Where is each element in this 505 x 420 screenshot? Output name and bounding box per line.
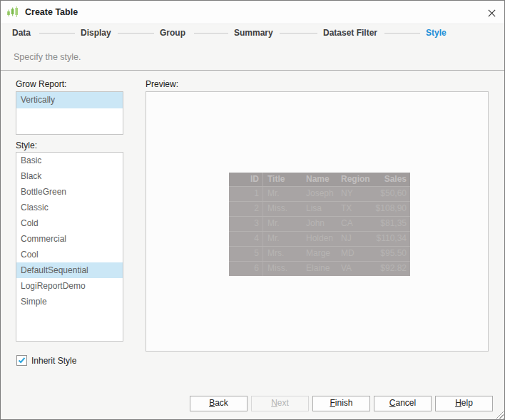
column-header-sales: Sales	[373, 173, 410, 186]
column-header-region: Region	[337, 173, 373, 186]
table-row: 6 Miss. Elaine VA $92.82	[229, 261, 410, 276]
table-cell: $92.82	[373, 262, 410, 276]
preview-label: Preview:	[146, 79, 178, 89]
table-row: 2 Miss. Lisa TX $108,90	[229, 201, 410, 216]
table-cell: Joseph	[302, 187, 337, 201]
table-cell: Mr.	[263, 217, 302, 231]
window-title: Create Table	[25, 7, 78, 17]
table-cell: VA	[337, 262, 373, 276]
style-option[interactable]: Simple	[16, 294, 123, 309]
table-cell: 4	[229, 232, 263, 246]
style-option[interactable]: Basic	[16, 153, 123, 168]
column-header-id: ID	[229, 173, 263, 186]
step-display[interactable]: Display	[81, 28, 111, 38]
step-dataset-filter[interactable]: Dataset Filter	[323, 28, 377, 38]
table-cell: Elaine	[302, 262, 337, 276]
table-cell: Miss.	[263, 202, 302, 216]
step-summary[interactable]: Summary	[234, 28, 273, 38]
table-cell: $108,90	[373, 202, 410, 216]
table-cell: CA	[337, 217, 373, 231]
style-option[interactable]: Cool	[16, 247, 123, 262]
step-style[interactable]: Style	[426, 28, 447, 38]
inherit-style-checkbox[interactable]	[16, 355, 27, 366]
next-button[interactable]: Next	[251, 396, 309, 411]
column-header-title: Title	[263, 173, 302, 186]
finish-button[interactable]: Finish	[312, 396, 370, 411]
table-cell: Miss.	[263, 262, 302, 276]
preview-table: ID Title Name Region Sales 1 Mr. Joseph …	[229, 173, 410, 276]
cancel-button[interactable]: Cancel	[374, 396, 432, 411]
style-option[interactable]: BottleGreen	[16, 184, 123, 200]
grow-report-option[interactable]: Vertically	[16, 92, 123, 108]
table-cell: Holden	[302, 232, 337, 246]
table-cell: Marge	[302, 247, 337, 261]
table-cell: $81,35	[373, 217, 410, 231]
table-row: 1 Mr. Joseph NY $50,60	[229, 186, 410, 201]
step-connector	[384, 33, 420, 34]
grow-report-listbox[interactable]: Vertically	[16, 91, 123, 135]
style-option[interactable]: Cold	[16, 215, 123, 231]
inherit-style-row: Inherit Style	[16, 355, 76, 366]
close-icon[interactable]	[485, 6, 498, 19]
table-cell: 2	[229, 202, 263, 216]
help-button[interactable]: Help	[435, 396, 493, 411]
table-cell: Mr.	[263, 232, 302, 246]
style-label: Style:	[16, 140, 37, 150]
table-cell: MD	[337, 247, 373, 261]
table-cell: 5	[229, 247, 263, 261]
table-cell: John	[302, 217, 337, 231]
table-cell: 6	[229, 262, 263, 276]
table-header-row: ID Title Name Region Sales	[229, 173, 410, 186]
button-bar: Back Next Finish Cancel Help	[190, 396, 493, 411]
style-option[interactable]: Black	[16, 168, 123, 184]
table-row: 5 Mrs. Marge MD $95.50	[229, 246, 410, 261]
step-connector	[280, 33, 317, 34]
table-cell: Lisa	[302, 202, 337, 216]
table-cell: 3	[229, 217, 263, 231]
table-row: 3 Mr. John CA $81,35	[229, 216, 410, 231]
create-table-icon	[6, 6, 19, 19]
title-bar: Create Table	[1, 1, 504, 24]
inherit-style-label[interactable]: Inherit Style	[31, 356, 76, 366]
wizard-steps: Data Display Group Summary Dataset Filte…	[1, 24, 504, 43]
table-cell: $50,60	[373, 187, 410, 201]
style-option-selected[interactable]: DefaultSequential	[16, 262, 123, 278]
step-data[interactable]: Data	[12, 28, 31, 38]
resize-grip[interactable]	[494, 409, 504, 419]
header-divider	[1, 70, 504, 71]
style-option[interactable]: LogiReportDemo	[16, 278, 123, 294]
grow-report-label: Grow Report:	[16, 79, 66, 89]
table-row: 4 Mr. Holden NJ $110,34	[229, 231, 410, 246]
column-header-name: Name	[302, 173, 337, 186]
create-table-dialog: Create Table Data Display Group Summary …	[0, 0, 505, 420]
table-cell: TX	[337, 202, 373, 216]
table-cell: NY	[337, 187, 373, 201]
wizard-subtitle: Specify the style.	[14, 52, 81, 62]
table-cell: $110,34	[373, 232, 410, 246]
style-option[interactable]: Commercial	[16, 231, 123, 247]
table-cell: $95.50	[373, 247, 410, 261]
style-listbox[interactable]: Basic Black BottleGreen Classic Cold Com…	[16, 152, 123, 342]
step-group[interactable]: Group	[160, 28, 185, 38]
table-cell: 1	[229, 187, 263, 201]
step-connector	[118, 33, 154, 34]
back-button[interactable]: Back	[190, 396, 248, 411]
preview-panel: ID Title Name Region Sales 1 Mr. Joseph …	[146, 91, 489, 352]
table-cell: Mrs.	[263, 247, 302, 261]
table-cell: Mr.	[263, 187, 302, 201]
table-cell: NJ	[337, 232, 373, 246]
step-connector	[194, 33, 228, 34]
style-option[interactable]: Classic	[16, 200, 123, 215]
step-connector	[39, 33, 75, 34]
